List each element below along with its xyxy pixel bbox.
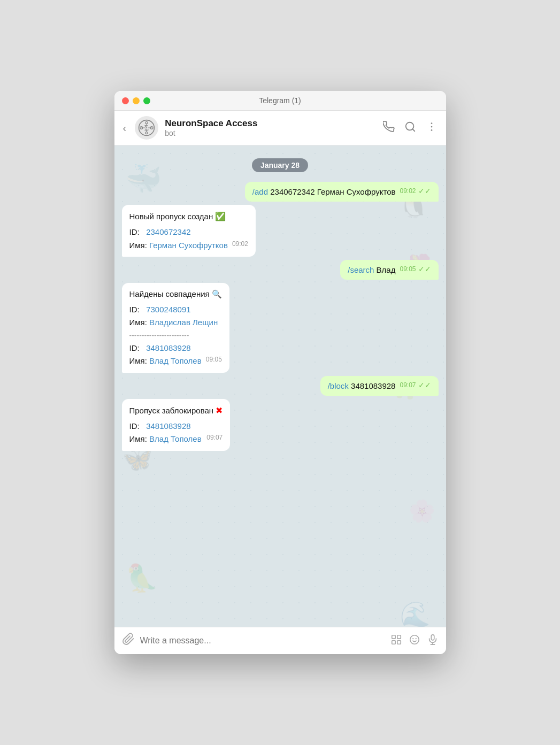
maximize-dot[interactable]: [143, 97, 150, 104]
input-area: [114, 627, 446, 654]
message-row: /block 3481083928 09:07 ✓✓: [122, 376, 439, 396]
bot-info: NeuronSpace Access bot: [165, 118, 376, 137]
call-icon[interactable]: [383, 121, 395, 135]
double-check-icon: ✓✓: [418, 187, 431, 195]
mic-icon[interactable]: [427, 634, 439, 648]
message-meta: 09:02: [232, 241, 248, 247]
msg-time: 09:05: [400, 266, 416, 272]
cmd-text: /search Влад: [348, 265, 395, 274]
svg-line-12: [412, 129, 415, 131]
svg-rect-18: [392, 640, 395, 643]
date-label: January 28: [252, 158, 308, 172]
bot-avatar: Σ: [135, 116, 158, 140]
command-search: /search: [348, 265, 374, 274]
cmd-text: /add 2340672342 Герман Сухофруктов: [252, 187, 396, 196]
svg-point-14: [431, 126, 432, 127]
msg-name1: Имя: Владислав Лещин: [129, 317, 222, 329]
command-block: /block: [328, 381, 349, 390]
svg-point-13: [431, 122, 432, 124]
result-divider: ------------------------: [129, 330, 222, 341]
message-row: /search Влад 09:05 ✓✓: [122, 260, 439, 280]
msg-line1: Новый пропуск создан ✅: [129, 210, 248, 223]
window-title: Telegram (1): [259, 96, 301, 105]
command-add: /add: [252, 187, 268, 196]
attach-icon[interactable]: [122, 633, 135, 649]
msg-body: Влад: [374, 265, 395, 274]
window-controls: [122, 97, 150, 104]
minimize-dot[interactable]: [133, 97, 140, 104]
svg-point-6: [145, 132, 148, 134]
incoming-bubble: Пропуск заблокирован ✖ ID: 3481083928 Им…: [122, 399, 231, 451]
back-button[interactable]: ‹: [123, 122, 127, 134]
svg-rect-17: [397, 635, 400, 638]
header-actions: [383, 121, 438, 135]
titlebar: Telegram (1): [114, 91, 446, 111]
result-block1: ID: 7300248091 Имя: Владислав Лещин: [129, 304, 222, 329]
blocked-name: Имя: Влад Тополев 09:07: [129, 433, 223, 446]
chat-area: 🐳 🐧 🌺 🌿 🐢 🦋 🌸 🦜 🌊 January 28 /add 234067…: [114, 145, 446, 627]
message-row: /add 2340672342 Герман Сухофруктов 09:02…: [122, 182, 439, 202]
message-meta: 09:02 ✓✓: [400, 187, 431, 195]
svg-rect-19: [397, 640, 400, 643]
msg-line1: Пропуск заблокирован ✖: [129, 404, 223, 417]
message-input[interactable]: [140, 636, 385, 646]
chat-header: ‹ Σ NeuronSpace Access bot: [114, 111, 446, 145]
incoming-bubble: Новый пропуск создан ✅ ID: 2340672342 Им…: [122, 205, 256, 257]
svg-point-15: [431, 129, 432, 131]
msg-id1: ID: 7300248091: [129, 304, 222, 316]
outgoing-bubble: /block 3481083928 09:07 ✓✓: [320, 376, 439, 396]
msg-body: 3481083928: [349, 381, 396, 390]
incoming-bubble: Найдены совпадения 🔍 ID: 7300248091 Имя:…: [122, 283, 229, 373]
input-right-icons: [390, 634, 439, 648]
telegram-window: Telegram (1) ‹ Σ NeuronSpace Access bo: [114, 91, 446, 654]
bot-status: bot: [165, 129, 376, 137]
blocked-id: ID: 3481083928: [129, 420, 223, 433]
svg-rect-16: [392, 635, 395, 638]
message-meta: 09:07 ✓✓: [400, 381, 431, 389]
msg-name2: Имя: Влад Тополев 09:05: [129, 355, 222, 367]
id-value: 2340672342: [146, 227, 190, 236]
cmd-text: /block 3481083928: [328, 381, 396, 390]
double-check-icon: ✓✓: [418, 381, 431, 389]
msg-id2: ID: 3481083928: [129, 342, 222, 355]
emoji-icon[interactable]: [409, 634, 420, 648]
msg-line1: Найдены совпадения 🔍: [129, 288, 222, 301]
grid-icon[interactable]: [390, 634, 402, 648]
message-row: Новый пропуск создан ✅ ID: 2340672342 Им…: [122, 205, 439, 257]
svg-rect-23: [431, 634, 434, 640]
message-meta: 09:05 ✓✓: [400, 265, 431, 273]
msg-time: 09:02: [400, 188, 416, 194]
message-row: Пропуск заблокирован ✖ ID: 3481083928 Им…: [122, 399, 439, 451]
message-meta: 09:05: [206, 356, 222, 363]
message-meta: 09:07: [206, 434, 223, 441]
msg-line2: ID: 2340672342: [129, 226, 248, 239]
result-block2: ID: 3481083928 Имя: Влад Тополев 09:05: [129, 342, 222, 367]
double-check-icon: ✓✓: [418, 265, 431, 273]
svg-point-20: [410, 635, 419, 644]
more-icon[interactable]: [426, 121, 438, 135]
name-value: Герман Сухофрутков: [149, 241, 228, 250]
msg-line3: Имя: Герман Сухофрутков 09:02: [129, 240, 248, 252]
date-divider: January 28: [122, 158, 439, 172]
msg-body: 2340672342 Герман Сухофруктов: [268, 187, 395, 196]
message-row: Найдены совпадения 🔍 ID: 7300248091 Имя:…: [122, 283, 439, 373]
blocked-info: ID: 3481083928 Имя: Влад Тополев 09:07: [129, 420, 223, 446]
outgoing-bubble: /add 2340672342 Герман Сухофруктов 09:02…: [245, 182, 439, 202]
close-dot[interactable]: [122, 97, 129, 104]
bot-name: NeuronSpace Access: [165, 118, 376, 129]
msg-time: 09:07: [400, 382, 416, 388]
search-icon[interactable]: [404, 121, 416, 135]
outgoing-bubble: /search Влад 09:05 ✓✓: [340, 260, 438, 280]
